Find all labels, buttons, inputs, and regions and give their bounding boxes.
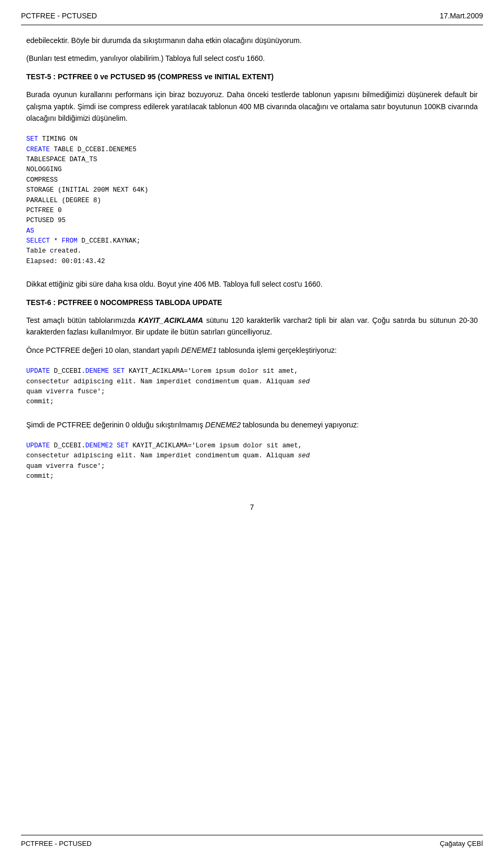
code-block-3: UPDATE D_CCEBI.DENEME2 SET KAYIT_ACIKLAM… xyxy=(26,437,478,486)
paragraph-2: (Bunları test etmedim, yanılıyor olabili… xyxy=(26,53,478,64)
paragraph-4: Önce PCTFREE değeri 10 olan, standart ya… xyxy=(26,344,478,356)
test5-heading: TEST-5 : PCTFREE 0 ve PCTUSED 95 (COMPRE… xyxy=(26,71,478,82)
code-block-2: UPDATE D_CCEBI.DENEME SET KAYIT_ACIKLAMA… xyxy=(26,362,478,412)
page-content: edebilecektir. Böyle bir durumda da sıkı… xyxy=(21,35,483,513)
code-block-1: SET TIMING ON CREATE TABLE D_CCEBI.DENEM… xyxy=(26,130,478,271)
page-number: 7 xyxy=(26,502,478,513)
page-footer: PCTFREE - PCTUSED Çağatay ÇEBİ xyxy=(21,835,483,849)
paragraph-5: Şimdi de PCTFREE değerinin 0 olduğu sıkı… xyxy=(26,419,478,431)
page-header: PCTFREE - PCTUSED 17.Mart.2009 xyxy=(21,11,483,25)
header-left: PCTFREE - PCTUSED xyxy=(21,11,97,22)
paragraph-1: edebilecektir. Böyle bir durumda da sıkı… xyxy=(26,35,478,46)
footer-right: Çağatay ÇEBİ xyxy=(440,839,483,849)
page: PCTFREE - PCTUSED 17.Mart.2009 edebilece… xyxy=(0,0,504,859)
header-right: 17.Mart.2009 xyxy=(440,11,484,22)
paragraph-3: Dikkat ettiğiniz gibi süre daha kısa old… xyxy=(26,278,478,290)
test6-body: Test amaçlı bütün tablolarımızda KAYIT_A… xyxy=(26,315,478,338)
footer-left: PCTFREE - PCTUSED xyxy=(21,839,91,849)
test5-body: Burada oyunun kurallarını performans içi… xyxy=(26,89,478,124)
test6-heading: TEST-6 : PCTFREE 0 NOCOMPRESS TABLODA UP… xyxy=(26,297,478,308)
